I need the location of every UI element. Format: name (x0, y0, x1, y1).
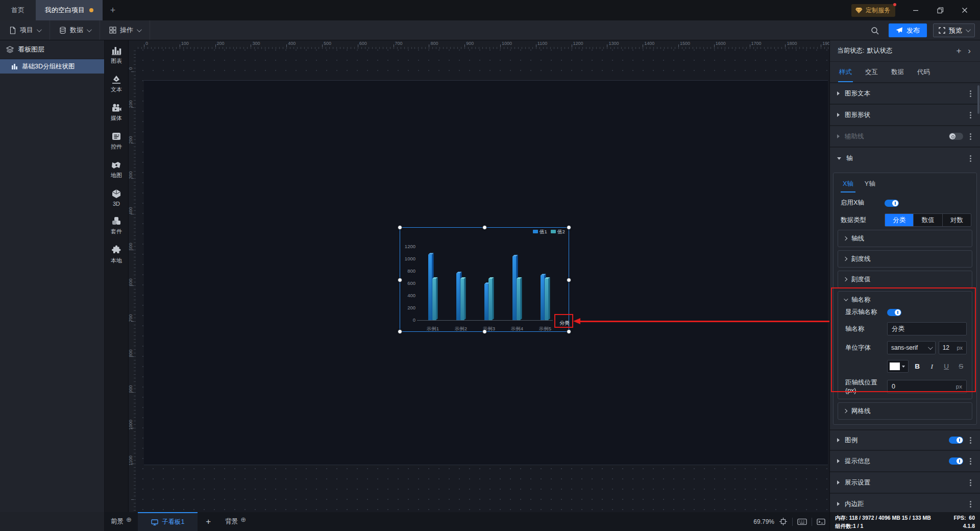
subsection-tick-line[interactable]: 刻度线 (838, 250, 972, 268)
tool-text[interactable]: 文本 (105, 75, 128, 93)
tool-local[interactable]: 本地 (105, 245, 128, 264)
subsection-axis-line[interactable]: 轴线 (838, 230, 972, 247)
window-minimize-button[interactable] (904, 0, 927, 20)
subsection-label: 刻度线 (851, 255, 871, 263)
menu-data[interactable]: 数据 (50, 20, 100, 40)
more-icon[interactable] (970, 93, 971, 94)
v-ruler-label: 500 (129, 239, 133, 254)
panel-scrollbar[interactable] (977, 85, 979, 114)
font-family-select[interactable]: sans-serif (887, 341, 936, 354)
underline-button[interactable]: U (941, 363, 952, 370)
tab-style[interactable]: 样式 (838, 62, 853, 82)
foreground-button[interactable]: 前景 ⊕ (105, 512, 138, 531)
design-canvas[interactable]: 0100200300400500600700800900100011001200… (129, 40, 829, 512)
chart-component[interactable]: 020040060080010001200示例1示例2示例3示例4示例5值1值2… (400, 227, 569, 332)
resize-handle-ne[interactable] (567, 225, 571, 230)
h-ruler-label: 500 (324, 41, 331, 46)
window-close-button[interactable] (953, 0, 976, 20)
font-color-picker[interactable] (887, 360, 909, 373)
section-tooltip[interactable]: 提示信息 (830, 451, 980, 472)
more-icon[interactable] (970, 482, 971, 484)
resize-handle-sw[interactable] (398, 329, 402, 334)
tab-x-axis[interactable]: X轴 (842, 176, 854, 192)
fit-screen-icon[interactable] (779, 517, 788, 526)
resize-handle-w[interactable] (398, 278, 402, 282)
chart-icon (111, 46, 121, 55)
window-restore-button[interactable] (929, 0, 951, 20)
tab-interaction[interactable]: 交互 (864, 62, 879, 82)
tab-code[interactable]: 代码 (916, 62, 931, 82)
section-padding[interactable]: 内边距 (830, 494, 980, 512)
new-tab-button[interactable]: + (103, 0, 123, 20)
section-guides[interactable]: 辅助线 (830, 126, 980, 148)
axis-name-header[interactable]: 轴名称 (838, 292, 972, 308)
subsection-grid-line[interactable]: 网格线 (838, 402, 972, 420)
bottombar-left-spacer (0, 512, 105, 531)
tool-map[interactable]: 地图 (105, 160, 128, 179)
resize-handle-n[interactable] (482, 225, 487, 230)
strikethrough-button[interactable]: S (955, 363, 967, 370)
resize-handle-s[interactable] (482, 329, 487, 334)
expand-states-button[interactable]: › (966, 46, 973, 55)
section-axis[interactable]: 轴 (830, 148, 980, 169)
section-display-settings[interactable]: 展示设置 (830, 472, 980, 494)
keyboard-icon[interactable] (797, 518, 807, 525)
tool-controls[interactable]: 控件 (105, 132, 128, 151)
bold-button[interactable]: B (912, 363, 923, 370)
layer-item-chart[interactable]: 基础3D分组柱状图 (0, 59, 104, 74)
preview-button[interactable]: 预览 (933, 23, 975, 37)
menu-project[interactable]: 项目 (0, 20, 50, 40)
tooltip-toggle[interactable] (949, 457, 963, 465)
resize-handle-se[interactable] (567, 329, 571, 334)
add-board-button[interactable]: + (198, 512, 219, 531)
menu-operation[interactable]: 操作 (100, 20, 150, 40)
tool-media[interactable]: 媒体 (105, 103, 128, 122)
board-tab-active[interactable]: 子看板1 (138, 512, 198, 531)
custom-service-badge[interactable]: 定制服务 (851, 4, 895, 17)
section-graph-shape[interactable]: 图形形状 (830, 105, 980, 126)
console-icon[interactable] (817, 518, 825, 525)
zoom-level[interactable]: 69.79% (753, 518, 774, 525)
canvas-workspace[interactable]: 020040060080010001200示例1示例2示例3示例4示例5值1值2… (136, 49, 829, 512)
publish-button[interactable]: 发布 (889, 23, 927, 37)
tab-y-axis[interactable]: Y轴 (864, 176, 876, 192)
tab-data[interactable]: 数据 (890, 62, 905, 82)
more-icon[interactable] (970, 158, 971, 159)
legend-toggle[interactable] (949, 437, 963, 444)
expand-arrow-icon (837, 91, 840, 95)
font-size-input[interactable]: 12 px (939, 341, 967, 354)
datatype-option-category[interactable]: 分类 (885, 214, 914, 226)
more-icon[interactable] (970, 503, 971, 505)
more-icon[interactable] (970, 461, 971, 462)
datatype-option-numeric[interactable]: 数值 (914, 214, 942, 226)
component-count: 组件数:1 / 1 (835, 522, 863, 530)
tab-home[interactable]: 首页 (0, 0, 36, 20)
more-icon[interactable] (970, 114, 971, 116)
datatype-option-log[interactable]: 对数 (943, 214, 971, 226)
v-ruler-label: 400 (129, 203, 133, 219)
tool-charts[interactable]: 图表 (105, 46, 128, 65)
italic-button[interactable]: I (926, 363, 938, 371)
enable-x-axis-toggle[interactable] (885, 200, 899, 207)
tab-project[interactable]: 我的空白项目 (36, 0, 103, 20)
subsection-tick-value[interactable]: 刻度值 (838, 271, 972, 288)
add-state-button[interactable]: + (954, 46, 963, 55)
axis-offset-input[interactable]: 0 px (887, 380, 967, 393)
tool-3d[interactable]: 3D (105, 189, 128, 207)
resize-handle-e[interactable] (567, 278, 571, 282)
section-graph-text[interactable]: 图形文本 (830, 83, 980, 105)
add-background-icon[interactable]: ⊕ (240, 516, 246, 523)
add-foreground-icon[interactable]: ⊕ (126, 516, 132, 523)
axis-name-input[interactable]: 分类 (887, 322, 967, 335)
subsection-axis-name: 轴名称 显示轴名称 轴名称 分类 单位字体 sans-serif (838, 291, 972, 399)
show-axis-name-toggle[interactable] (887, 309, 901, 316)
tool-kit[interactable]: 套件 (105, 216, 128, 235)
search-icon[interactable] (870, 26, 879, 35)
section-legend[interactable]: 图例 (830, 429, 980, 451)
more-icon[interactable] (970, 136, 971, 137)
background-button[interactable]: 背景 ⊕ (219, 512, 252, 531)
resize-handle-nw[interactable] (398, 225, 402, 230)
more-icon[interactable] (970, 440, 971, 441)
guides-toggle[interactable] (949, 133, 963, 140)
svg-text:示例5: 示例5 (539, 326, 551, 331)
